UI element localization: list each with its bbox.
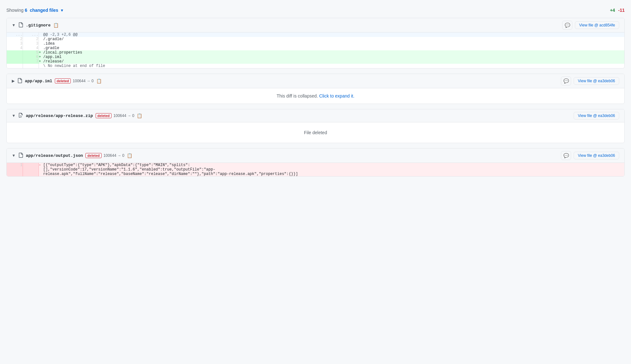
line-content: +/app.iml: [39, 55, 624, 59]
toggle-icon-app-release-zip[interactable]: ▼: [12, 113, 16, 118]
line-num-new: [23, 172, 39, 176]
view-file-link-app-iml[interactable]: View file @ ea3deb06: [574, 77, 619, 85]
line-content: /.gradle/: [39, 37, 624, 41]
diff-file-header-app-iml: ▶ app/app.iml deleted 100644 → 0 📋 💬 Vie…: [7, 74, 624, 88]
showing-label: Showing: [6, 8, 24, 13]
diff-file-header-output-json: ▼ app/release/output.json deleted 100644…: [7, 149, 624, 163]
comment-button-output-json[interactable]: 💬: [561, 151, 571, 160]
collapsed-text: This diff is collapsed.: [277, 93, 319, 98]
table-row: 6 +/app.iml: [7, 55, 624, 59]
diff-file-header-gitignore: ▼ .gitignore 📋 💬 View file @ acd854fe: [7, 18, 624, 33]
copy-icon-gitignore[interactable]: 📋: [53, 23, 59, 28]
line-content: release.apk","fullName":"release","baseN…: [39, 172, 624, 176]
line-content: .gradle: [39, 46, 624, 50]
diff-card-output-json: ▼ app/release/output.json deleted 100644…: [6, 148, 625, 177]
table-row: ... ... @@ -2,3 +2,6 @@: [7, 33, 624, 37]
table-row: 4 4 .gradle: [7, 46, 624, 50]
line-num-old: 4: [7, 46, 23, 50]
line-content: [],"versionCode":17,"versionName":"1.1.6…: [39, 167, 624, 172]
table-row: 7 +/release/: [7, 59, 624, 64]
file-mode-output-json: 100644 → 0: [104, 153, 124, 158]
table-row: [],"versionCode":17,"versionName":"1.1.6…: [7, 167, 624, 172]
diff-table-gitignore: ... ... @@ -2,3 +2,6 @@ 2 2 /.gradle/ 3 …: [7, 33, 624, 68]
line-content: +/release/: [39, 59, 624, 64]
line-num-new: [23, 163, 39, 167]
line-num-new: 6: [23, 55, 39, 59]
diff-card-app-release-zip: ▼ app/release/app-release.zip deleted 10…: [6, 109, 625, 143]
line-content: \ No newline at end of file: [39, 64, 624, 68]
line-num-new: ...: [23, 33, 39, 37]
table-row: 2 2 /.gradle/: [7, 37, 624, 41]
page-wrapper: Showing 6 changed files ▾ +4 -11 ▼ .giti…: [0, 0, 631, 187]
line-num-new: [23, 64, 39, 68]
line-content: @@ -2,3 +2,6 @@: [39, 33, 624, 37]
file-icon-output-json: [18, 153, 23, 159]
line-num-old: 3: [7, 41, 23, 46]
file-header-right-app-release-zip: View file @ ea3deb06: [574, 112, 619, 120]
file-mode-app-iml: 100644 → 0: [73, 79, 93, 83]
file-badge-app-release-zip: deleted: [96, 113, 112, 118]
view-file-link-gitignore[interactable]: View file @ acd854fe: [575, 21, 619, 29]
files-dropdown-arrow[interactable]: ▾: [61, 8, 63, 13]
line-num-new: [23, 167, 39, 172]
file-header-right-app-iml: 💬 View file @ ea3deb06: [561, 76, 619, 85]
file-icon-app-release-zip: [18, 113, 23, 119]
toggle-icon-gitignore[interactable]: ▼: [12, 23, 16, 27]
line-num-old: [7, 172, 23, 176]
files-header: Showing 6 changed files ▾ +4 -11: [6, 5, 625, 18]
line-num-old: [7, 64, 23, 68]
deleted-text: File deleted: [304, 130, 327, 135]
toggle-icon-app-iml[interactable]: ▶: [12, 79, 15, 83]
line-num-new: 7: [23, 59, 39, 64]
table-row: \ No newline at end of file: [7, 64, 624, 68]
file-name-gitignore: .gitignore: [26, 23, 51, 28]
file-mode-app-release-zip: 100644 → 0: [113, 113, 134, 118]
view-file-link-output-json[interactable]: View file @ ea3deb06: [574, 152, 619, 159]
line-content: +/local.properties: [39, 50, 624, 55]
line-num-new: 4: [23, 46, 39, 50]
comment-button-app-iml[interactable]: 💬: [561, 76, 571, 85]
diff-file-header-app-release-zip: ▼ app/release/app-release.zip deleted 10…: [7, 109, 624, 122]
deletions-count: -11: [618, 8, 625, 13]
line-num-old: [7, 50, 23, 55]
expand-link-app-iml[interactable]: Click to expand it.: [319, 93, 355, 98]
line-num-old: [7, 167, 23, 172]
table-row: 5 +/local.properties: [7, 50, 624, 55]
line-content: .idea: [39, 41, 624, 46]
file-name-app-iml: app/app.iml: [25, 79, 52, 84]
line-num-new: 3: [23, 41, 39, 46]
table-row: 3 3 .idea: [7, 41, 624, 46]
copy-icon-app-iml[interactable]: 📋: [96, 78, 102, 84]
line-num-old: 1: [7, 163, 23, 167]
diff-table-output-json: 1 -[{"outputType":{"type":"APK"},"apkDat…: [7, 163, 624, 176]
diff-card-gitignore: ▼ .gitignore 📋 💬 View file @ acd854fe ..…: [6, 18, 625, 69]
line-num-old: [7, 59, 23, 64]
file-badge-output-json: deleted: [85, 153, 102, 158]
view-file-link-app-release-zip[interactable]: View file @ ea3deb06: [574, 112, 619, 120]
copy-icon-output-json[interactable]: 📋: [127, 153, 132, 158]
line-num-old: 2: [7, 37, 23, 41]
copy-icon-app-release-zip[interactable]: 📋: [137, 113, 142, 118]
table-row: release.apk","fullName":"release","baseN…: [7, 172, 624, 176]
line-content: -[{"outputType":{"type":"APK"},"apkData"…: [39, 163, 624, 167]
line-num-old: [7, 55, 23, 59]
files-header-left: Showing 6 changed files ▾: [6, 8, 63, 13]
file-count-link[interactable]: 6 changed files: [25, 8, 58, 13]
diff-content-gitignore: ... ... @@ -2,3 +2,6 @@ 2 2 /.gradle/ 3 …: [7, 33, 624, 68]
collapsed-message-app-iml: This diff is collapsed. Click to expand …: [7, 88, 624, 104]
file-icon-gitignore: [18, 22, 23, 28]
line-num-old: ...: [7, 33, 23, 37]
file-name-output-json: app/release/output.json: [26, 153, 83, 158]
file-icon-app-iml: [17, 78, 22, 84]
line-num-new: 2: [23, 37, 39, 41]
toggle-icon-output-json[interactable]: ▼: [12, 153, 16, 158]
additions-count: +4: [610, 8, 615, 13]
comment-button-gitignore[interactable]: 💬: [562, 21, 572, 30]
diff-stats: +4 -11: [610, 8, 625, 13]
file-name-app-release-zip: app/release/app-release.zip: [26, 113, 93, 118]
table-row: 1 -[{"outputType":{"type":"APK"},"apkDat…: [7, 163, 624, 167]
file-header-right-output-json: 💬 View file @ ea3deb06: [561, 151, 619, 160]
diff-card-app-iml: ▶ app/app.iml deleted 100644 → 0 📋 💬 Vie…: [6, 74, 625, 104]
file-header-right-gitignore: 💬 View file @ acd854fe: [562, 21, 619, 30]
line-num-new: 5: [23, 50, 39, 55]
